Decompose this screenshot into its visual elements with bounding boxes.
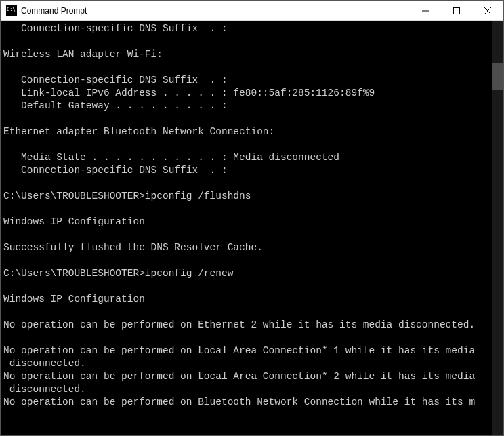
terminal-line: Media State . . . . . . . . . . . : Medi… [3, 151, 491, 164]
terminal-line: C:\Users\TROUBLESHOOTER>ipconfig /renew [3, 267, 491, 280]
terminal-line [3, 35, 491, 48]
terminal-line [3, 61, 491, 74]
terminal-line: disconnected. [3, 357, 491, 370]
terminal-line [3, 113, 491, 125]
terminal-line: No operation can be performed on Local A… [3, 344, 491, 357]
terminal-line: Default Gateway . . . . . . . . . : [3, 100, 491, 113]
minimize-icon [422, 7, 429, 14]
window-controls [410, 1, 503, 20]
terminal-line: No operation can be performed on Local A… [3, 370, 491, 383]
terminal-line: Wireless LAN adapter Wi-Fi: [3, 48, 491, 61]
terminal-line: Connection-specific DNS Suffix . : [3, 74, 491, 87]
close-icon [484, 7, 491, 14]
minimize-button[interactable] [410, 1, 441, 20]
terminal-line: C:\Users\TROUBLESHOOTER>ipconfig /flushd… [3, 190, 491, 203]
terminal-line: Link-local IPv6 Address . . . . . : fe80… [3, 87, 491, 100]
terminal-line: Windows IP Configuration [3, 216, 491, 229]
app-icon [6, 5, 17, 16]
terminal-line [3, 229, 491, 241]
window-title: Command Prompt [21, 6, 410, 16]
terminal-line: No operation can be performed on Bluetoo… [3, 396, 491, 409]
terminal-line [3, 138, 491, 151]
terminal-line [3, 177, 491, 190]
terminal-line [3, 203, 491, 216]
svg-rect-1 [454, 7, 460, 14]
maximize-icon [453, 7, 460, 14]
command-prompt-window: Command Prompt Connection-specific DNS S… [0, 0, 504, 436]
scrollbar-track[interactable] [492, 21, 503, 435]
close-button[interactable] [472, 1, 503, 20]
terminal-line: Successfully flushed the DNS Resolver Ca… [3, 241, 491, 254]
terminal-line: Ethernet adapter Bluetooth Network Conne… [3, 125, 491, 138]
scrollbar-thumb[interactable] [492, 63, 503, 90]
terminal-line [3, 306, 491, 319]
terminal-line [3, 280, 491, 293]
terminal-output[interactable]: Connection-specific DNS Suffix . : Wirel… [1, 21, 503, 435]
titlebar[interactable]: Command Prompt [1, 1, 503, 21]
terminal-line: Connection-specific DNS Suffix . : [3, 164, 491, 177]
terminal-line: No operation can be performed on Etherne… [3, 319, 491, 332]
terminal-line [3, 332, 491, 344]
terminal-line [3, 254, 491, 267]
terminal-line: disconnected. [3, 383, 491, 396]
terminal-line: Connection-specific DNS Suffix . : [3, 22, 491, 35]
terminal-line: Windows IP Configuration [3, 293, 491, 306]
maximize-button[interactable] [441, 1, 472, 20]
